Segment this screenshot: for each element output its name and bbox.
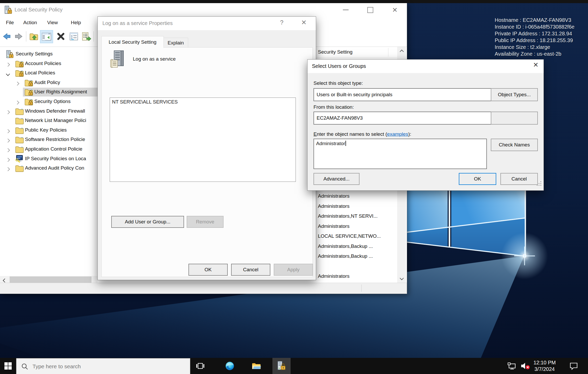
back-icon (2, 32, 11, 41)
location-field[interactable]: EC2AMAZ-FAN98V3 (313, 112, 492, 125)
search-input[interactable] (32, 363, 168, 370)
close-button[interactable]: ✕ (298, 19, 310, 29)
check-names-button[interactable]: Check Names (491, 139, 538, 151)
chevron-right-icon[interactable] (6, 167, 10, 171)
locations-button[interactable] (491, 112, 538, 125)
object-types-button[interactable]: Object Types... (491, 88, 538, 101)
object-names-input[interactable]: Administrator (313, 139, 487, 169)
properties-button[interactable] (68, 30, 80, 43)
forward-icon (14, 32, 23, 41)
volume-tray-button[interactable] (518, 358, 532, 374)
examples-link[interactable]: examples (387, 131, 408, 137)
list-row[interactable] (316, 261, 397, 271)
dialog-titlebar[interactable]: Select Users or Groups ✕ (308, 60, 544, 73)
console-tree-icon (42, 32, 51, 41)
delete-x-icon (57, 32, 65, 41)
ipsec-icon (15, 155, 24, 163)
folder-icon (15, 107, 24, 115)
list-row[interactable]: Administrators,Backup ... (316, 251, 397, 261)
tree-item-user-rights-assignment[interactable]: User Rights Assignment (0, 87, 97, 97)
chevron-right-icon[interactable] (6, 139, 10, 143)
window-titlebar[interactable]: Local Security Policy ✕ (0, 3, 407, 17)
chevron-right-icon[interactable] (15, 82, 19, 86)
menu-action[interactable]: Action (21, 17, 40, 29)
member-item[interactable]: NT SERVICE\ALL SERVICES (112, 99, 178, 105)
column-header-security-setting[interactable]: Security Setting (316, 47, 397, 58)
policy-icon (109, 50, 126, 69)
tree-item-ip-security-policies-on-loca[interactable]: IP Security Policies on Loca (0, 154, 97, 164)
ok-button[interactable]: OK (459, 173, 496, 185)
tree-item-advanced-audit-policy-con[interactable]: Advanced Audit Policy Con (0, 164, 97, 173)
tab-local-security-setting[interactable]: Local Security Setting (101, 36, 164, 48)
menu-view[interactable]: View (45, 17, 60, 29)
tree-item-label: Account Policies (25, 61, 61, 66)
chevron-down-icon[interactable] (6, 72, 10, 76)
list-row[interactable]: Administrators (316, 221, 397, 231)
tree-item-security-options[interactable]: Security Options (0, 97, 97, 106)
tree-item-label: Security Settings (16, 51, 53, 57)
menu-file[interactable]: File (5, 17, 15, 29)
tree-item-public-key-policies[interactable]: Public Key Policies (0, 126, 97, 135)
tree-item-application-control-policie[interactable]: Application Control Policie (0, 145, 97, 154)
list-row[interactable]: Administrators,NT SERVI... (316, 211, 397, 221)
chevron-right-icon[interactable] (6, 62, 10, 67)
tree-item-software-restriction-policie[interactable]: Software Restriction Policie (0, 135, 97, 144)
maximize-button[interactable] (362, 3, 379, 17)
list-row[interactable]: Administrators,Backup ... (316, 241, 397, 251)
delete-button[interactable] (55, 30, 67, 43)
tree-item-label: Network List Manager Polici (25, 118, 86, 123)
ok-button[interactable]: OK (188, 264, 228, 276)
tree-item-account-policies[interactable]: Account Policies (0, 59, 97, 68)
menu-help[interactable]: Help (69, 17, 83, 29)
tree-item-network-list-manager-polici[interactable]: Network List Manager Polici (0, 116, 97, 125)
export-list-button[interactable] (81, 30, 92, 43)
chevron-right-icon[interactable] (6, 129, 10, 133)
forward-button[interactable] (13, 30, 24, 43)
tab-explain[interactable]: Explain (163, 38, 188, 48)
start-button[interactable] (0, 358, 16, 374)
select-users-or-groups-dialog: Select Users or Groups ✕ Select this obj… (307, 59, 544, 191)
members-listbox[interactable]: NT SERVICE\ALL SERVICES (110, 98, 296, 182)
list-row[interactable]: Administrators (316, 271, 397, 281)
edge-taskbar-button[interactable] (221, 358, 239, 374)
chevron-right-icon[interactable] (6, 148, 10, 152)
taskbar-search[interactable] (16, 358, 190, 374)
resize-grip[interactable] (537, 182, 542, 186)
network-tray-button[interactable] (505, 358, 518, 374)
tree-item-windows-defender-firewall[interactable]: Windows Defender Firewall (0, 107, 97, 116)
list-row[interactable]: Administrators (316, 201, 397, 211)
object-type-field[interactable]: Users or Built-in security principals (313, 88, 492, 101)
scroll-down-button[interactable] (397, 273, 406, 283)
tree-item-label: User Rights Assignment (34, 89, 87, 95)
column-divider[interactable] (388, 48, 388, 57)
taskbar-clock[interactable]: 12:10 PM 3/7/2024 (532, 359, 558, 372)
ec2-info-line: Instance Size : t2.xlarge (495, 44, 574, 50)
minimize-button[interactable] (337, 3, 354, 17)
local-security-policy-taskbar-button[interactable] (272, 358, 291, 374)
back-button[interactable] (1, 30, 12, 43)
close-button[interactable]: ✕ (386, 3, 403, 17)
chevron-right-icon[interactable] (6, 110, 10, 114)
task-view-button[interactable] (191, 358, 209, 374)
tree-item-audit-policy[interactable]: Audit Policy (0, 78, 97, 87)
chevron-right-icon[interactable] (15, 101, 19, 105)
tree-item-local-policies[interactable]: Local Policies (0, 68, 97, 78)
close-button[interactable]: ✕ (530, 62, 541, 72)
action-center-button[interactable] (566, 358, 581, 374)
cancel-button[interactable]: Cancel (500, 173, 538, 185)
add-user-or-group-button[interactable]: Add User or Group... (111, 216, 184, 228)
up-level-button[interactable] (28, 30, 40, 43)
scroll-up-button[interactable] (397, 47, 406, 56)
cancel-button[interactable]: Cancel (231, 264, 270, 276)
tree-item-security-settings[interactable]: Security Settings (0, 49, 97, 59)
console-tree-toggle-button[interactable] (40, 30, 53, 43)
list-row[interactable]: LOCAL SERVICE,NETWO... (316, 231, 397, 241)
list-row[interactable]: Administrators (316, 191, 397, 201)
dialog-titlebar[interactable]: Log on as a service Properties ? ✕ (98, 17, 316, 30)
file-explorer-taskbar-button[interactable] (247, 358, 265, 374)
help-button[interactable]: ? (277, 19, 287, 29)
tree-item-label: Security Options (34, 99, 70, 104)
advanced-button[interactable]: Advanced... (313, 173, 360, 185)
tree-item-label: Local Policies (25, 70, 55, 76)
chevron-right-icon[interactable] (6, 158, 10, 162)
